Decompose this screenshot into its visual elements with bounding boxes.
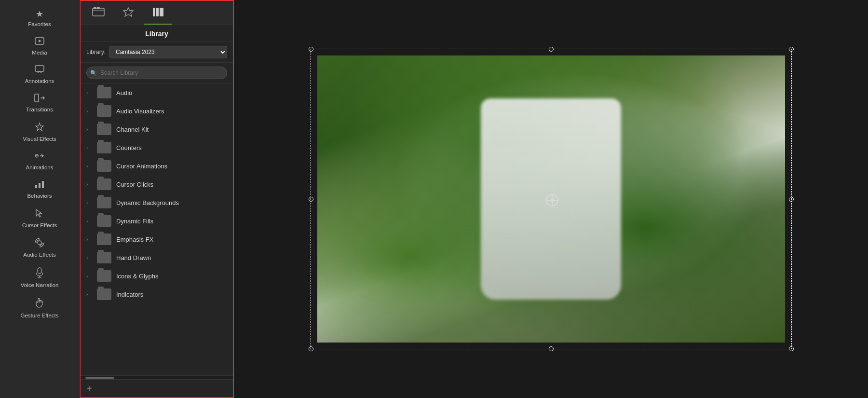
sidebar-label-gesture-effects: Gesture Effects xyxy=(20,313,58,318)
item-name: Dynamic Fills xyxy=(116,218,153,225)
svg-rect-9 xyxy=(38,268,41,274)
sidebar-item-behaviors[interactable]: Behaviors xyxy=(0,175,79,204)
handle-middle-right[interactable] xyxy=(789,197,794,202)
list-item[interactable]: › Icons & Glyphs xyxy=(81,267,233,285)
svg-point-20 xyxy=(546,194,558,206)
library-selector: Library: Camtasia 2023 My Library xyxy=(81,42,233,63)
chevron-right-icon: › xyxy=(86,90,92,96)
voice-narration-icon xyxy=(35,267,44,280)
sidebar-label-audio-effects: Audio Effects xyxy=(23,252,56,258)
handle-bottom-left[interactable] xyxy=(309,346,313,351)
handle-top-center[interactable] xyxy=(549,47,554,52)
chevron-right-icon: › xyxy=(86,164,92,169)
library-tabs xyxy=(81,1,233,25)
list-item[interactable]: › Audio Visualizers xyxy=(81,102,233,120)
list-item[interactable]: › Audio xyxy=(81,83,233,102)
folder-icon xyxy=(97,270,111,282)
sidebar-label-media: Media xyxy=(32,50,47,55)
library-panel: Library Library: Camtasia 2023 My Librar… xyxy=(80,0,234,398)
svg-marker-16 xyxy=(123,8,133,16)
folder-icon xyxy=(97,178,111,190)
folder-icon xyxy=(97,87,111,98)
list-item[interactable]: › Counters xyxy=(81,138,233,157)
list-item[interactable]: › Cursor Clicks xyxy=(81,175,233,193)
item-name: Audio Visualizers xyxy=(116,108,164,115)
folder-icon xyxy=(97,105,111,117)
list-item[interactable]: › Dynamic Fills xyxy=(81,212,233,230)
svg-point-23 xyxy=(551,199,553,201)
folder-icon xyxy=(97,233,111,245)
move-icon xyxy=(545,193,557,205)
folder-icon xyxy=(97,288,111,300)
list-item[interactable]: › Hand Drawn xyxy=(81,248,233,267)
svg-point-8 xyxy=(38,241,41,245)
sidebar-item-gesture-effects[interactable]: Gesture Effects xyxy=(0,293,79,323)
handle-top-left[interactable] xyxy=(309,47,313,52)
sidebar-item-favorites[interactable]: ★ Favorites xyxy=(0,4,79,32)
folder-icon xyxy=(97,197,111,208)
chevron-right-icon: › xyxy=(86,237,92,242)
library-search-bar xyxy=(81,63,233,83)
svg-marker-1 xyxy=(39,40,41,42)
handle-bottom-center[interactable] xyxy=(549,346,554,351)
search-input[interactable] xyxy=(86,67,227,79)
list-item[interactable]: › Dynamic Backgrounds xyxy=(81,193,233,212)
tab-library[interactable] xyxy=(144,4,172,25)
item-name: Emphasis FX xyxy=(116,236,153,243)
handle-top-right[interactable] xyxy=(789,47,794,52)
sidebar-item-annotations[interactable]: Annotations xyxy=(0,60,79,89)
main-canvas-area xyxy=(234,0,868,398)
sidebar-label-voice-narration: Voice Narration xyxy=(21,282,59,288)
item-name: Dynamic Backgrounds xyxy=(116,199,179,206)
library-selector-label: Library: xyxy=(86,49,106,55)
svg-rect-12 xyxy=(93,8,104,16)
item-name: Icons & Glyphs xyxy=(116,273,158,280)
list-item[interactable]: › Emphasis FX xyxy=(81,230,233,248)
library-dropdown[interactable]: Camtasia 2023 My Library xyxy=(109,46,227,58)
list-item[interactable]: › Cursor Animations xyxy=(81,157,233,175)
folder-icon xyxy=(97,215,111,227)
list-item[interactable]: › Channel Kit xyxy=(81,120,233,138)
chevron-right-icon: › xyxy=(86,145,92,151)
sidebar-item-voice-narration[interactable]: Voice Narration xyxy=(0,262,79,293)
svg-rect-6 xyxy=(39,183,41,188)
svg-rect-14 xyxy=(94,7,96,9)
svg-rect-3 xyxy=(35,94,39,102)
gesture-effects-icon xyxy=(35,298,44,311)
chevron-right-icon: › xyxy=(86,200,92,206)
chevron-right-icon: › xyxy=(86,255,92,261)
sidebar-label-favorites: Favorites xyxy=(28,21,51,27)
sidebar-item-transitions[interactable]: Transitions xyxy=(0,89,79,117)
folder-icon xyxy=(97,160,111,172)
animations-icon xyxy=(34,151,45,163)
scrollbar-thumb[interactable] xyxy=(85,377,114,379)
item-name: Cursor Animations xyxy=(116,163,167,170)
library-footer: + xyxy=(81,379,233,397)
chevron-right-icon: › xyxy=(86,274,92,279)
sidebar-label-animations: Animations xyxy=(26,165,54,170)
sidebar-label-annotations: Annotations xyxy=(25,78,54,84)
sidebar-item-cursor-effects[interactable]: Cursor Effects xyxy=(0,204,79,233)
item-name: Counters xyxy=(116,144,142,151)
sidebar-item-audio-effects[interactable]: Audio Effects xyxy=(0,233,79,262)
sidebar-item-animations[interactable]: Animations xyxy=(0,147,79,175)
svg-rect-19 xyxy=(160,8,163,16)
tab-media[interactable] xyxy=(84,4,112,25)
sidebar-label-visual-effects: Visual Effects xyxy=(23,136,56,142)
chevron-right-icon: › xyxy=(86,182,92,187)
audio-effects-icon xyxy=(35,238,44,250)
tab-effects[interactable] xyxy=(114,4,142,25)
svg-rect-18 xyxy=(156,8,159,16)
sidebar-item-media[interactable]: Media xyxy=(0,32,79,60)
canvas-container[interactable] xyxy=(317,55,785,343)
svg-rect-15 xyxy=(97,7,100,9)
handle-middle-left[interactable] xyxy=(309,197,313,202)
media-icon xyxy=(35,37,44,48)
handle-bottom-right[interactable] xyxy=(789,346,794,351)
add-button[interactable]: + xyxy=(86,384,92,393)
chevron-right-icon: › xyxy=(86,109,92,114)
list-item[interactable]: › Indicators xyxy=(81,285,233,303)
sidebar-item-visual-effects[interactable]: Visual Effects xyxy=(0,117,79,147)
sidebar-label-cursor-effects: Cursor Effects xyxy=(22,222,57,228)
horizontal-scrollbar[interactable] xyxy=(81,375,233,379)
